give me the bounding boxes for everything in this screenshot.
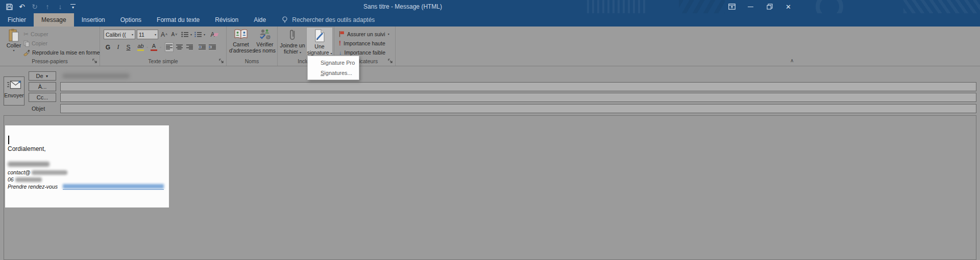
subject-field[interactable]	[60, 104, 976, 113]
align-center-button[interactable]	[175, 42, 184, 52]
highlight-button[interactable]: ab	[136, 42, 145, 52]
to-field[interactable]	[60, 82, 976, 91]
signature-dropdown-menu: Signature Pro Signatures...	[307, 56, 359, 80]
cut-label: Couper	[31, 31, 48, 37]
appointment-link[interactable]	[63, 184, 164, 190]
sender-name-redacted	[8, 162, 50, 167]
font-color-button[interactable]: A	[150, 42, 158, 52]
address-book-label: Carnet d'adresses	[229, 41, 255, 54]
previous-item-icon[interactable]: ↑	[43, 1, 52, 12]
cc-field[interactable]	[60, 93, 976, 102]
follow-up-button[interactable]: Assurer un suivi ▾	[339, 30, 389, 38]
restore-button[interactable]	[760, 0, 779, 13]
numbered-list-icon	[194, 32, 202, 37]
group-label-texte-simple: Texte simple	[100, 58, 226, 65]
next-item-icon[interactable]: ↓	[56, 1, 64, 12]
group-texte-simple: Calibri (( ▾ 11 ▾ A˄ A˅ ▾ ▾ A G I S	[100, 27, 227, 66]
check-names-label: Vérifier les noms	[254, 41, 276, 54]
italic-button[interactable]: I	[114, 42, 122, 52]
dialog-launcher-icon[interactable]	[388, 59, 394, 64]
phone-prefix: 06	[8, 176, 14, 183]
increase-indent-button[interactable]	[208, 42, 216, 52]
chevron-down-icon[interactable]: ▾	[204, 33, 205, 36]
send-button[interactable]: Envoyer	[4, 76, 24, 106]
align-right-button[interactable]	[185, 42, 194, 52]
bullets-button[interactable]	[180, 30, 189, 39]
format-painter-button[interactable]: Reproduire la mise en forme	[23, 48, 100, 57]
paste-button[interactable]: Coller ▾	[4, 29, 23, 58]
menu-item-signature-pro[interactable]: Signature Pro	[308, 58, 359, 68]
chevron-down-icon[interactable]: ▾	[160, 46, 161, 49]
from-button[interactable]: De ▼	[29, 71, 56, 81]
dialog-launcher-icon[interactable]	[92, 59, 98, 64]
tab-options[interactable]: Options	[113, 13, 149, 27]
send-envelope-icon	[4, 81, 24, 89]
cc-button[interactable]: Cc...	[29, 93, 56, 102]
group-label-presse-papiers: Presse-papiers	[0, 58, 100, 65]
signature-block[interactable]: Cordialement, contact@ 06 Prendre rendez…	[5, 125, 169, 207]
address-book-button[interactable]: Carnet d'adresses	[229, 29, 253, 54]
ribbon-display-options-icon[interactable]	[722, 0, 741, 13]
underline-button[interactable]: S	[124, 42, 133, 52]
collapse-ribbon-icon[interactable]: ∧	[790, 58, 794, 63]
minimize-button[interactable]	[741, 0, 760, 13]
decrease-indent-icon	[199, 44, 206, 50]
align-center-icon	[176, 44, 183, 50]
save-icon[interactable]	[5, 1, 13, 12]
font-size-combo[interactable]: 11 ▾	[137, 30, 158, 39]
close-button[interactable]: ✕	[779, 0, 798, 13]
dialog-launcher-icon[interactable]	[219, 59, 225, 64]
clear-formatting-button[interactable]: A	[210, 30, 218, 39]
tab-insertion[interactable]: Insertion	[74, 13, 113, 27]
eraser-icon	[213, 33, 218, 36]
decrease-indent-button[interactable]	[198, 42, 206, 52]
tab-revision[interactable]: Révision	[207, 13, 246, 27]
titlebar-decor	[587, 0, 648, 13]
font-name-combo[interactable]: Calibri (( ▾	[104, 30, 135, 39]
bold-button[interactable]: G	[104, 42, 112, 52]
tab-aide[interactable]: Aide	[246, 13, 274, 27]
chevron-down-icon[interactable]: ▾	[146, 46, 148, 49]
shrink-font-button[interactable]: A˅	[170, 30, 179, 39]
message-body[interactable]: Cordialement, contact@ 06 Prendre rendez…	[4, 115, 976, 260]
copy-label: Copier	[32, 40, 47, 46]
align-left-button[interactable]	[165, 42, 174, 52]
tell-me-search[interactable]: Rechercher des outils adaptés	[282, 13, 375, 27]
tell-me-search-label: Rechercher des outils adaptés	[292, 16, 375, 23]
signature-email-line: contact@	[8, 169, 67, 175]
check-names-button[interactable]: @ Vérifier les noms	[253, 29, 277, 54]
paperclip-icon	[280, 29, 305, 41]
increase-indent-icon	[209, 44, 216, 50]
group-presse-papiers: Coller ▾ ✂ Couper Copier Reproduire la m…	[0, 27, 100, 66]
tab-format-du-texte[interactable]: Format du texte	[149, 13, 207, 27]
group-label-noms: Noms	[227, 58, 277, 65]
check-names-icon: @	[253, 29, 277, 40]
message-header: Envoyer De ▼ À... Cc... Objet	[0, 66, 980, 115]
cut-button[interactable]: ✂ Couper	[23, 30, 48, 38]
titlebar-decor	[903, 0, 980, 13]
font-name-value: Calibri ((	[106, 32, 126, 38]
importance-low-button[interactable]: ↓ Importance faible	[339, 48, 385, 56]
grow-font-button[interactable]: A˄	[160, 30, 168, 39]
customize-quick-access-icon[interactable]: ▾	[69, 1, 77, 12]
scissors-icon: ✂	[23, 31, 29, 38]
from-address-redacted	[62, 73, 130, 79]
svg-text:@: @	[266, 35, 271, 40]
align-right-icon	[186, 44, 193, 50]
attach-file-button[interactable]: Joindre un fichier ▾	[280, 29, 305, 55]
to-button[interactable]: À...	[29, 82, 56, 91]
redo-icon[interactable]: ↻	[31, 1, 39, 12]
tab-fichier[interactable]: Fichier	[0, 13, 34, 27]
menu-item-signatures[interactable]: Signatures...	[308, 68, 359, 78]
importance-high-button[interactable]: ! Importance haute	[339, 39, 385, 47]
undo-icon[interactable]: ↶	[18, 1, 26, 12]
copy-button[interactable]: Copier	[23, 39, 47, 47]
tab-message[interactable]: Message	[34, 13, 74, 27]
appointment-label: Prendre rendez-vous	[8, 184, 58, 190]
signature-button[interactable]: Une signature ▾	[306, 27, 333, 56]
email-prefix: contact@	[8, 169, 31, 175]
highlight-color-swatch	[137, 49, 144, 51]
chevron-down-icon[interactable]: ▾	[190, 33, 192, 36]
numbering-button[interactable]	[193, 30, 202, 39]
ribbon: Coller ▾ ✂ Couper Copier Reproduire la m…	[0, 27, 980, 66]
